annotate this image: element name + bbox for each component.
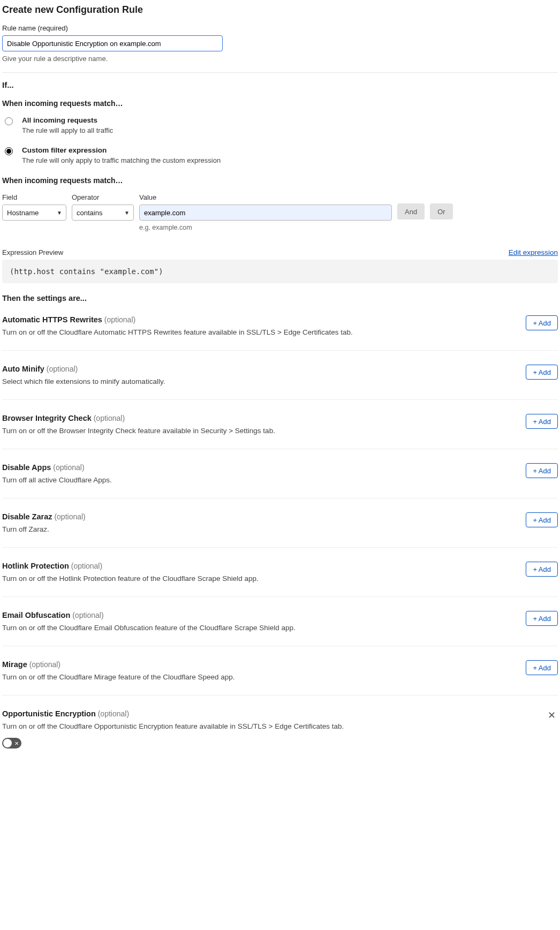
expression-preview-code: (http.host contains "example.com") bbox=[2, 260, 558, 283]
toggle-off-icon: ✕ bbox=[14, 740, 19, 746]
optional-label: (optional) bbox=[71, 562, 102, 570]
radio-all-requests[interactable] bbox=[5, 117, 13, 125]
page-title: Create new Configuration Rule bbox=[2, 4, 558, 16]
setting-block-mirage: Mirage (optional)Turn on or off the Clou… bbox=[2, 660, 558, 695]
setting-block-auto_minify: Auto Minify (optional)Select which file … bbox=[2, 365, 558, 400]
radio-custom-filter[interactable] bbox=[5, 147, 13, 155]
rule-name-help: Give your rule a descriptive name. bbox=[2, 55, 558, 63]
setting-block-disable_apps: Disable Apps (optional)Turn off all acti… bbox=[2, 463, 558, 498]
rule-name-label: Rule name (required) bbox=[2, 24, 558, 32]
opportunistic-toggle[interactable]: ✕ bbox=[2, 738, 21, 748]
operator-col-label: Operator bbox=[72, 193, 134, 201]
add-button-disable_zaraz[interactable]: + Add bbox=[526, 512, 558, 527]
value-col-label: Value bbox=[139, 193, 392, 201]
setting-desc-hotlink: Turn on or off the Hotlink Protection fe… bbox=[2, 574, 259, 583]
optional-label: (optional) bbox=[54, 512, 85, 521]
then-heading: Then the settings are... bbox=[2, 294, 558, 303]
optional-label: (optional) bbox=[29, 660, 60, 669]
setting-title-https_rewrites: Automatic HTTPS Rewrites bbox=[2, 315, 102, 324]
match-heading: When incoming requests match… bbox=[2, 99, 558, 108]
setting-desc-disable_apps: Turn off all active Cloudflare Apps. bbox=[2, 476, 112, 484]
filter-heading: When incoming requests match… bbox=[2, 176, 558, 185]
optional-label: (optional) bbox=[98, 709, 129, 718]
value-input[interactable] bbox=[139, 205, 392, 221]
setting-desc-auto_minify: Select which file extensions to minify a… bbox=[2, 377, 165, 385]
setting-title-bic: Browser Integrity Check bbox=[2, 414, 92, 422]
optional-label: (optional) bbox=[104, 315, 135, 324]
setting-title-mirage: Mirage bbox=[2, 660, 27, 669]
setting-title-hotlink: Hotlink Protection bbox=[2, 562, 69, 570]
or-button[interactable]: Or bbox=[430, 203, 452, 220]
setting-desc-email_obf: Turn on or off the Cloudflare Email Obfu… bbox=[2, 624, 296, 632]
setting-title-disable_zaraz: Disable Zaraz bbox=[2, 512, 52, 521]
field-col-label: Field bbox=[2, 193, 66, 201]
add-button-disable_apps[interactable]: + Add bbox=[526, 463, 558, 478]
add-button-hotlink[interactable]: + Add bbox=[526, 562, 558, 577]
setting-title-opportunistic: Opportunistic Encryption bbox=[2, 709, 96, 718]
setting-desc-mirage: Turn on or off the Cloudflare Mirage fea… bbox=[2, 673, 235, 681]
setting-title-email_obf: Email Obfuscation bbox=[2, 611, 70, 619]
setting-block-disable_zaraz: Disable Zaraz (optional)Turn off Zaraz.+… bbox=[2, 512, 558, 548]
if-heading: If... bbox=[2, 80, 558, 89]
add-button-https_rewrites[interactable]: + Add bbox=[526, 315, 558, 330]
field-select-value: Hostname bbox=[7, 209, 39, 217]
radio-custom-label: Custom filter expression bbox=[22, 146, 221, 154]
field-select[interactable]: Hostname bbox=[2, 205, 66, 221]
rule-name-input[interactable] bbox=[2, 35, 223, 51]
add-button-auto_minify[interactable]: + Add bbox=[526, 365, 558, 380]
setting-title-auto_minify: Auto Minify bbox=[2, 365, 44, 373]
value-hint: e.g. example.com bbox=[139, 224, 392, 231]
setting-block-hotlink: Hotlink Protection (optional)Turn on or … bbox=[2, 562, 558, 597]
setting-desc-https_rewrites: Turn on or off the Cloudflare Automatic … bbox=[2, 328, 353, 336]
radio-all-desc: The rule will apply to all traffic bbox=[22, 126, 113, 134]
and-button[interactable]: And bbox=[397, 203, 425, 220]
add-button-mirage[interactable]: + Add bbox=[526, 660, 558, 675]
radio-custom-desc: The rule will only apply to traffic matc… bbox=[22, 156, 221, 164]
edit-expression-link[interactable]: Edit expression bbox=[509, 248, 558, 256]
setting-desc-bic: Turn on or off the Browser Integrity Che… bbox=[2, 427, 275, 435]
optional-label: (optional) bbox=[94, 414, 125, 422]
setting-block-https_rewrites: Automatic HTTPS Rewrites (optional)Turn … bbox=[2, 315, 558, 351]
operator-select-value: contains bbox=[77, 209, 102, 217]
close-icon[interactable]: ✕ bbox=[546, 709, 558, 721]
optional-label: (optional) bbox=[47, 365, 78, 373]
add-button-bic[interactable]: + Add bbox=[526, 414, 558, 429]
optional-label: (optional) bbox=[72, 611, 103, 619]
setting-block-bic: Browser Integrity Check (optional)Turn o… bbox=[2, 414, 558, 449]
setting-desc-disable_zaraz: Turn off Zaraz. bbox=[2, 525, 86, 533]
expression-preview-label: Expression Preview bbox=[2, 248, 63, 256]
add-button-email_obf[interactable]: + Add bbox=[526, 611, 558, 626]
operator-select[interactable]: contains bbox=[72, 205, 134, 221]
optional-label: (optional) bbox=[53, 463, 84, 472]
setting-block-email_obf: Email Obfuscation (optional)Turn on or o… bbox=[2, 611, 558, 646]
radio-all-label: All incoming requests bbox=[22, 116, 113, 124]
toggle-knob bbox=[3, 739, 12, 747]
setting-desc-opportunistic: Turn on or off the Cloudflare Opportunis… bbox=[2, 722, 344, 730]
setting-title-disable_apps: Disable Apps bbox=[2, 463, 51, 472]
divider bbox=[2, 72, 558, 73]
